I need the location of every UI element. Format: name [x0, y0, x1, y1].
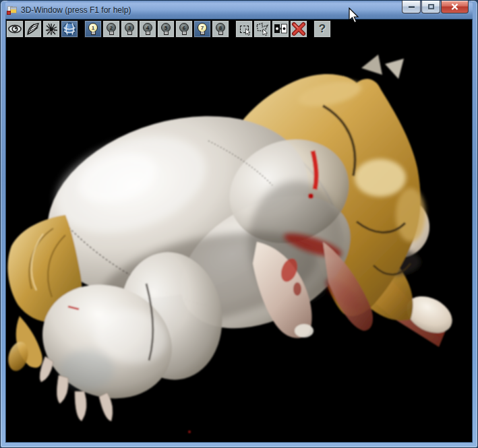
light-4-toggle-button[interactable]: 4	[139, 20, 156, 38]
wireframe-view-button[interactable]	[24, 20, 42, 38]
light-bulb-icon: 5	[161, 23, 171, 35]
light-7-toggle-button[interactable]: 7	[193, 20, 211, 38]
light-bulb-icon: 3	[125, 23, 134, 35]
window-controls	[402, 1, 469, 13]
invert-selection-button[interactable]	[272, 20, 289, 38]
client-area: 12345678	[5, 19, 473, 443]
help-group: ?	[313, 20, 332, 38]
view-mode-group	[6, 20, 79, 38]
light-bulb-icon: 8	[216, 23, 225, 35]
light-3-toggle-button[interactable]: 3	[121, 20, 138, 38]
light-bulb-icon: 7	[198, 23, 207, 35]
textured-sphere-icon	[62, 22, 77, 36]
light-5-toggle-button[interactable]: 5	[157, 20, 175, 38]
horse-model	[6, 55, 458, 433]
light-bulb-icon: 2	[107, 23, 116, 35]
light-1-toggle-button[interactable]: 1	[84, 20, 102, 38]
textured-view-button[interactable]	[61, 20, 78, 38]
3d-viewport-canvas[interactable]	[6, 20, 473, 443]
invert-selection-icon	[273, 22, 288, 36]
selection-group	[235, 20, 308, 38]
bulb-group: 12345678	[84, 20, 230, 38]
rectangle-selection-button[interactable]	[235, 20, 253, 38]
light-6-toggle-button[interactable]: 6	[175, 20, 193, 38]
wireframe-icon	[26, 22, 40, 36]
polygon-selection-button[interactable]	[253, 20, 271, 38]
delete-selection-button[interactable]	[290, 20, 307, 38]
light-bulb-icon: 1	[88, 23, 98, 35]
3d-window: 3D-Window (press F1 for help)	[0, 0, 478, 448]
shaded-view-button[interactable]	[6, 20, 24, 38]
minimize-icon	[409, 6, 415, 8]
close-icon	[451, 3, 458, 10]
minimize-button[interactable]	[402, 1, 421, 13]
maximize-button[interactable]	[421, 1, 440, 13]
app-icon-form-square	[10, 7, 17, 13]
delete-x-icon	[291, 22, 306, 36]
window-title: 3D-Window (press F1 for help)	[21, 5, 131, 15]
light-2-toggle-button[interactable]: 2	[102, 20, 120, 38]
app-icon[interactable]	[7, 5, 18, 15]
maximize-icon	[428, 4, 434, 9]
polygon-select-icon	[255, 22, 270, 36]
help-icon: ?	[319, 22, 326, 36]
titlebar[interactable]: 3D-Window (press F1 for help)	[5, 1, 473, 19]
light-bulb-icon: 4	[143, 23, 152, 35]
point-cloud-view-button[interactable]	[42, 20, 60, 38]
help-button[interactable]: ?	[313, 20, 331, 38]
cursor-arrow-icon	[245, 28, 251, 36]
app-icon-red-square	[7, 11, 11, 15]
point-cloud-icon	[44, 22, 59, 36]
light-bulb-icon: 6	[179, 23, 189, 35]
toolbar: 12345678	[6, 20, 332, 38]
close-button[interactable]	[441, 1, 469, 13]
light-8-toggle-button[interactable]: 8	[212, 20, 229, 38]
rectangle-select-icon	[240, 26, 249, 33]
eye-icon	[7, 22, 22, 36]
